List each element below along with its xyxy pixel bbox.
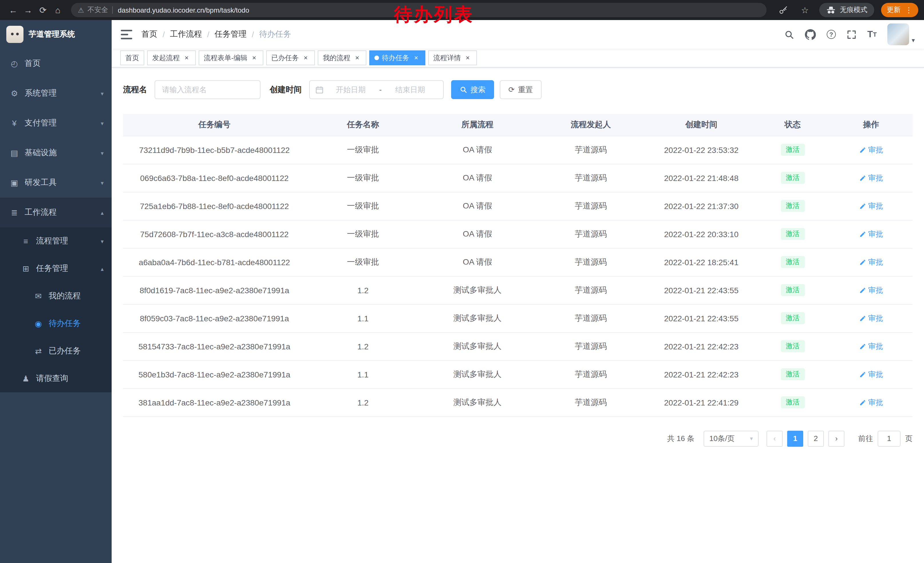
sidebar-item-my-process[interactable]: ✉我的流程 xyxy=(0,282,112,310)
update-button[interactable]: 更新 ⋮ xyxy=(881,3,918,17)
cell-action: 审批 xyxy=(830,360,912,388)
avatar[interactable] xyxy=(888,24,909,45)
screenshot-root: ← → ⟳ ⌂ ⚠ 不安全 dashboard.yudao.iocoder.cn… xyxy=(0,0,924,563)
tab-todo-task[interactable]: 待办任务× xyxy=(369,50,425,65)
tab-start-process[interactable]: 发起流程× xyxy=(147,50,196,65)
chevron-up-icon: ▴ xyxy=(101,209,104,216)
process-name-input[interactable] xyxy=(154,80,261,99)
tab-form-edit[interactable]: 流程表单-编辑× xyxy=(199,50,263,65)
approve-button[interactable]: 审批 xyxy=(859,369,883,380)
tools-icon: ▣ xyxy=(9,178,20,187)
sidebar-item-workflow[interactable]: ≣工作流程▴ xyxy=(0,198,112,227)
search-icon xyxy=(460,86,467,93)
cell-created-time: 2022-01-21 22:42:23 xyxy=(647,360,756,388)
approve-button[interactable]: 审批 xyxy=(859,201,883,211)
page-button-2[interactable]: 2 xyxy=(808,431,824,446)
cell-process: OA 请假 xyxy=(420,192,535,220)
cell-task-name: 1.1 xyxy=(306,360,420,388)
breadcrumb-separator: / xyxy=(207,30,210,39)
close-icon[interactable]: × xyxy=(183,54,190,62)
cell-initiator: 芋道源码 xyxy=(535,304,647,332)
page-button-1[interactable]: 1 xyxy=(787,431,803,446)
security-label[interactable]: 不安全 xyxy=(88,5,108,15)
password-key-icon[interactable] xyxy=(776,3,790,18)
sidebar-item-system[interactable]: ⚙系统管理▾ xyxy=(0,78,112,108)
status-badge: 激活 xyxy=(781,340,805,352)
prev-page-button[interactable]: ‹ xyxy=(766,431,783,446)
warning-icon: ⚠ xyxy=(78,6,84,14)
close-icon[interactable]: × xyxy=(412,54,420,62)
sidebar-item-home[interactable]: ◴首页 xyxy=(0,49,112,78)
github-icon[interactable] xyxy=(805,29,816,40)
reset-button[interactable]: ⟳ 重置 xyxy=(500,80,542,99)
refresh-icon: ⟳ xyxy=(508,86,514,94)
goto-page-input[interactable] xyxy=(878,431,900,446)
status-badge: 激活 xyxy=(781,256,805,268)
sidebar-menu: ◴首页⚙系统管理▾¥支付管理▾▤基础设施▾▣研发工具▾≣工作流程▴≡流程管理▾⊞… xyxy=(0,49,112,392)
menu-dots-icon[interactable]: ⋮ xyxy=(905,6,912,14)
next-page-button[interactable]: › xyxy=(828,431,844,446)
end-date-placeholder[interactable]: 结束日期 xyxy=(383,84,437,95)
chevron-down-icon: ▾ xyxy=(750,435,753,441)
search-icon[interactable] xyxy=(784,30,794,39)
breadcrumb-item[interactable]: 首页 xyxy=(141,29,158,39)
forward-icon[interactable]: → xyxy=(21,3,36,18)
approve-button[interactable]: 审批 xyxy=(859,257,883,267)
sidebar-item-task-mgmt[interactable]: ⊞任务管理▴ xyxy=(0,255,112,282)
url-text[interactable]: dashboard.yudao.iocoder.cn/bpm/task/todo xyxy=(118,6,249,14)
approve-button[interactable]: 审批 xyxy=(859,173,883,183)
close-icon[interactable]: × xyxy=(353,54,361,62)
bookmark-star-icon[interactable]: ☆ xyxy=(798,3,812,18)
breadcrumb-item[interactable]: 工作流程 xyxy=(170,29,202,39)
fullscreen-icon[interactable] xyxy=(847,30,856,39)
approve-button[interactable]: 审批 xyxy=(859,229,883,239)
sidebar-item-label: 工作流程 xyxy=(25,207,96,218)
chevron-down-icon: ▾ xyxy=(912,37,915,45)
cell-task-id: 8f0d1619-7ac8-11ec-a9e2-a2380e71991a xyxy=(123,276,306,304)
cell-status: 激活 xyxy=(756,136,830,164)
approve-button[interactable]: 审批 xyxy=(859,285,883,295)
app-logo[interactable]: 芋道管理系统 xyxy=(0,20,112,49)
page-size-select[interactable]: 10条/页 ▾ xyxy=(704,431,759,446)
cell-created-time: 2022-01-21 22:43:55 xyxy=(647,304,756,332)
sidebar-toggle-icon[interactable] xyxy=(121,30,132,39)
tab-my-process[interactable]: 我的流程× xyxy=(318,50,366,65)
sidebar-item-todo-task[interactable]: ◉待办任务 xyxy=(0,310,112,337)
breadcrumb-item[interactable]: 任务管理 xyxy=(214,29,247,39)
cell-action: 审批 xyxy=(830,304,912,332)
cell-action: 审批 xyxy=(830,332,912,360)
home-icon[interactable]: ⌂ xyxy=(50,3,65,18)
sidebar-item-infrastructure[interactable]: ▤基础设施▾ xyxy=(0,138,112,168)
close-icon[interactable]: × xyxy=(250,54,258,62)
close-icon[interactable]: × xyxy=(302,54,310,62)
help-icon[interactable]: ? xyxy=(826,30,836,39)
approve-button[interactable]: 审批 xyxy=(859,341,883,351)
sidebar-item-leave-query[interactable]: ♟请假查询 xyxy=(0,365,112,392)
navbar-actions: ? TT ▾ xyxy=(784,24,915,45)
search-button[interactable]: 搜索 xyxy=(451,80,494,99)
close-icon[interactable]: × xyxy=(464,54,472,62)
tab-label: 流程表单-编辑 xyxy=(204,53,248,63)
user-menu[interactable]: ▾ xyxy=(888,24,915,45)
start-date-placeholder[interactable]: 开始日期 xyxy=(324,84,378,95)
tab-process-detail[interactable]: 流程详情× xyxy=(428,50,477,65)
back-icon[interactable]: ← xyxy=(6,3,21,18)
done-icon: ⇄ xyxy=(33,347,44,356)
sidebar-item-payment[interactable]: ¥支付管理▾ xyxy=(0,108,112,138)
cell-process: OA 请假 xyxy=(420,136,535,164)
approve-button[interactable]: 审批 xyxy=(859,397,883,407)
approve-button[interactable]: 审批 xyxy=(859,145,883,155)
tab-done-task[interactable]: 已办任务× xyxy=(266,50,315,65)
create-time-label: 创建时间 xyxy=(270,84,302,95)
tab-label: 我的流程 xyxy=(323,53,350,63)
font-size-icon[interactable]: TT xyxy=(867,29,877,39)
cell-process: OA 请假 xyxy=(420,248,535,276)
reload-icon[interactable]: ⟳ xyxy=(36,3,50,18)
cell-task-name: 一级审批 xyxy=(306,220,420,248)
sidebar-item-dev-tools[interactable]: ▣研发工具▾ xyxy=(0,168,112,198)
tab-home[interactable]: 首页 xyxy=(120,50,144,65)
date-range-picker[interactable]: 开始日期 - 结束日期 xyxy=(309,80,444,99)
sidebar-item-done-task[interactable]: ⇄已办任务 xyxy=(0,337,112,365)
approve-button[interactable]: 审批 xyxy=(859,313,883,323)
sidebar-item-process-mgmt[interactable]: ≡流程管理▾ xyxy=(0,227,112,255)
